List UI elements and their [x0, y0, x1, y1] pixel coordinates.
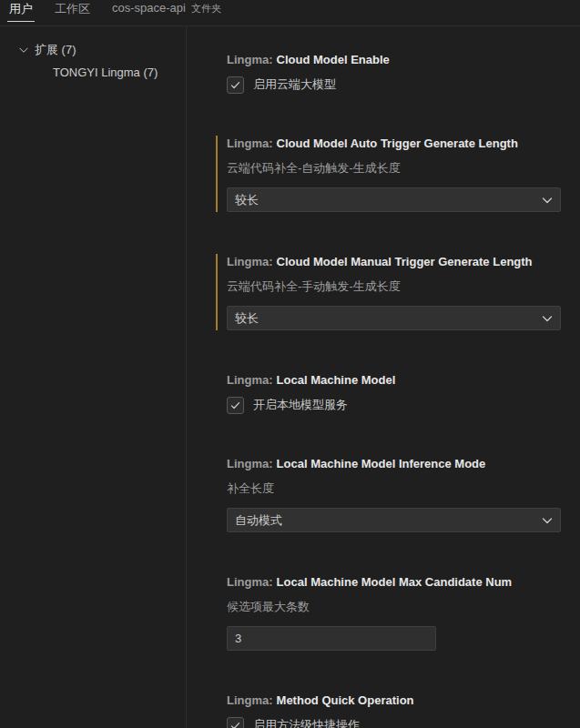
- toc-item-tongyi-lingma[interactable]: TONGYI Lingma (7): [0, 61, 186, 83]
- checkbox-label: 启用方法级快捷操作: [253, 717, 360, 728]
- toc-item-tongyi-lingma-label: TONGYI Lingma (7): [53, 66, 158, 79]
- check-icon: [229, 720, 241, 728]
- cloud-model-enable-checkbox[interactable]: [227, 76, 244, 94]
- toc-item-extensions-label: 扩展 (7): [35, 42, 76, 58]
- toc-item-extensions[interactable]: 扩展 (7): [0, 39, 186, 61]
- select-value: 较长: [235, 192, 259, 208]
- setting-name: Cloud Model Enable: [277, 53, 390, 66]
- check-icon: [229, 79, 241, 91]
- setting-category: Lingma:: [227, 693, 273, 707]
- setting-title: Lingma:Method Quick Operation: [227, 693, 580, 709]
- tab-workspace-label: 工作区: [55, 2, 90, 15]
- setting-local-machine-model-max-candidate-num: Lingma:Local Machine Model Max Candidate…: [216, 574, 580, 651]
- setting-title: Lingma:Local Machine Model Inference Mod…: [227, 456, 580, 472]
- tab-user[interactable]: 用户: [7, 0, 35, 22]
- checkbox-row: 开启本地模型服务: [227, 396, 580, 414]
- setting-method-quick-operation: Lingma:Method Quick Operation 启用方法级快捷操作: [216, 693, 580, 728]
- setting-local-machine-model: Lingma:Local Machine Model 开启本地模型服务: [216, 372, 580, 414]
- setting-category: Lingma:: [227, 255, 273, 268]
- max-candidate-num-input[interactable]: [227, 626, 436, 651]
- tab-workspace[interactable]: 工作区: [53, 0, 92, 22]
- setting-title: Lingma:Local Machine Model Max Candidate…: [227, 574, 580, 591]
- checkbox-label: 启用云端大模型: [253, 76, 336, 93]
- tab-user-label: 用户: [9, 2, 33, 15]
- setting-cloud-model-enable: Lingma:Cloud Model Enable 启用云端大模型: [216, 52, 580, 94]
- auto-trigger-length-select[interactable]: 较长: [227, 187, 561, 212]
- tab-folder[interactable]: cos-space-api文件夹: [110, 0, 223, 20]
- setting-cloud-model-auto-trigger-generate-length: Lingma:Cloud Model Auto Trigger Generate…: [216, 136, 580, 212]
- settings-scope-tabs: 用户 工作区 cos-space-api文件夹: [0, 0, 580, 26]
- setting-cloud-model-manual-trigger-generate-length: Lingma:Cloud Model Manual Trigger Genera…: [216, 254, 580, 330]
- settings-toc: 扩展 (7) TONGYI Lingma (7): [0, 26, 187, 728]
- setting-name: Cloud Model Auto Trigger Generate Length: [277, 136, 518, 150]
- method-quick-operation-checkbox[interactable]: [227, 717, 244, 728]
- chevron-down-icon: [540, 311, 555, 326]
- setting-description: 补全长度: [227, 480, 580, 497]
- check-icon: [229, 399, 241, 411]
- setting-category: Lingma:: [227, 457, 273, 470]
- checkbox-row: 启用云端大模型: [227, 76, 580, 94]
- setting-name: Local Machine Model Inference Mode: [277, 457, 486, 470]
- setting-title: Lingma:Local Machine Model: [227, 372, 580, 389]
- tab-folder-suffix: 文件夹: [191, 3, 221, 14]
- setting-description: 候选项最大条数: [227, 599, 580, 615]
- setting-local-machine-model-inference-mode: Lingma:Local Machine Model Inference Mod…: [216, 456, 580, 532]
- inference-mode-select[interactable]: 自动模式: [227, 508, 561, 532]
- manual-trigger-length-select[interactable]: 较长: [227, 306, 561, 330]
- setting-name: Cloud Model Manual Trigger Generate Leng…: [277, 255, 533, 268]
- setting-title: Lingma:Cloud Model Manual Trigger Genera…: [227, 254, 580, 270]
- chevron-down-icon[interactable]: [16, 43, 31, 57]
- checkbox-label: 开启本地模型服务: [253, 397, 348, 413]
- select-value: 自动模式: [235, 512, 282, 529]
- settings-list: Lingma:Cloud Model Enable 启用云端大模型 Lingma…: [187, 26, 580, 728]
- setting-description: 云端代码补全-自动触发-生成长度: [227, 160, 580, 177]
- select-value: 较长: [235, 310, 259, 327]
- local-machine-model-checkbox[interactable]: [227, 397, 244, 414]
- setting-name: Local Machine Model: [277, 373, 396, 387]
- checkbox-row: 启用方法级快捷操作: [227, 716, 580, 728]
- setting-category: Lingma:: [227, 136, 273, 150]
- setting-category: Lingma:: [227, 53, 273, 66]
- setting-name: Method Quick Operation: [277, 693, 414, 707]
- setting-title: Lingma:Cloud Model Auto Trigger Generate…: [227, 136, 580, 152]
- setting-category: Lingma:: [227, 373, 273, 387]
- setting-category: Lingma:: [227, 575, 273, 589]
- chevron-down-icon: [540, 513, 555, 528]
- setting-title: Lingma:Cloud Model Enable: [227, 52, 580, 68]
- chevron-down-icon: [540, 193, 555, 207]
- settings-editor-body: 扩展 (7) TONGYI Lingma (7) Lingma:Cloud Mo…: [0, 26, 580, 728]
- tab-folder-label: cos-space-api: [112, 1, 186, 15]
- setting-description: 云端代码补全-手动触发-生成长度: [227, 278, 580, 295]
- setting-name: Local Machine Model Max Candidate Num: [277, 575, 513, 589]
